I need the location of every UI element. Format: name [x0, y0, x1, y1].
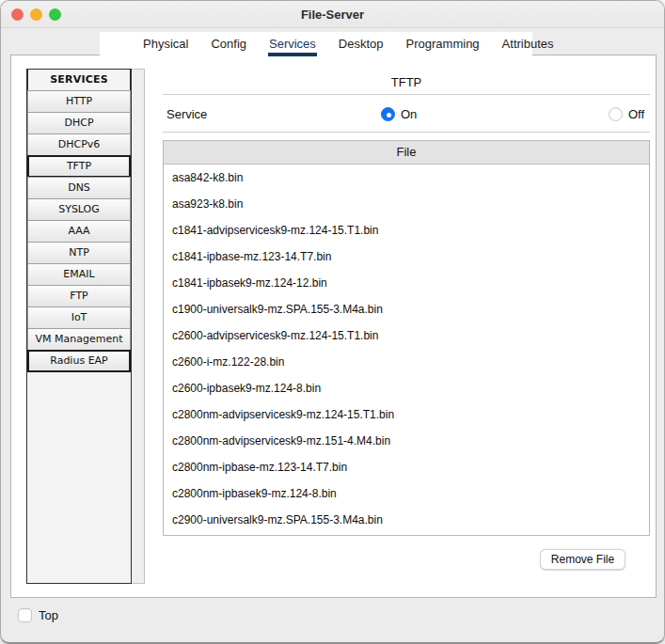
- service-label: Service: [166, 107, 207, 121]
- sidebar-scrollbar[interactable]: [132, 69, 145, 584]
- tab-desktop[interactable]: Desktop: [338, 32, 385, 56]
- sidebar-item-tftp[interactable]: TFTP: [27, 155, 131, 178]
- file-row-c2800nm-ipbase-mz-123-14-t7-bin[interactable]: c2800nm-ipbase-mz.123-14.T7.bin: [164, 454, 649, 480]
- file-table: File asa842-k8.binasa923-k8.binc1841-adv…: [163, 140, 650, 536]
- file-row-c2600-ipbasek9-mz-124-8-bin[interactable]: c2600-ipbasek9-mz.124-8.bin: [164, 375, 649, 401]
- radio-selected-dot-icon: [387, 113, 391, 118]
- sidebar-item-dhcpv6[interactable]: DHCPv6: [27, 134, 131, 156]
- file-list: asa842-k8.binasa923-k8.binc1841-advipser…: [164, 165, 649, 535]
- title-bar: File-Server: [1, 1, 664, 28]
- tab-physical[interactable]: Physical: [142, 32, 189, 56]
- sidebar-item-email[interactable]: EMAIL: [27, 263, 131, 286]
- divider: [163, 132, 650, 133]
- tab-config[interactable]: Config: [210, 32, 247, 56]
- file-row-c2600-i-mz-122-28-bin[interactable]: c2600-i-mz.122-28.bin: [164, 349, 649, 375]
- service-on-label: On: [401, 107, 417, 121]
- file-row-c1841-ipbase-mz-123-14-t7-bin[interactable]: c1841-ipbase-mz.123-14.T7.bin: [164, 243, 649, 270]
- sidebar-item-http[interactable]: HTTP: [27, 90, 131, 113]
- service-off-label: Off: [628, 107, 644, 121]
- sidebar-item-ftp[interactable]: FTP: [27, 285, 131, 307]
- sidebar-header-services: SERVICES: [27, 69, 131, 91]
- file-row-c2800nm-advipservicesk9-mz-124-15-t1-bin[interactable]: c2800nm-advipservicesk9-mz.124-15.T1.bin: [164, 401, 649, 428]
- file-row-asa923-k8-bin[interactable]: asa923-k8.bin: [164, 191, 649, 217]
- sidebar-item-dns[interactable]: DNS: [27, 177, 131, 199]
- sidebar-item-radius-eap[interactable]: Radius EAP: [27, 350, 131, 372]
- file-row-c2900-universalk9-mz-spa-155-3-m4a-bin[interactable]: c2900-universalk9-mz.SPA.155-3.M4a.bin: [164, 507, 649, 533]
- tab-attributes[interactable]: Attributes: [501, 32, 555, 56]
- file-column-header: File: [164, 141, 649, 165]
- sidebar-item-dhcp[interactable]: DHCP: [27, 112, 131, 134]
- sidebar-items: HTTPDHCPDHCPv6TFTPDNSSYSLOGAAANTPEMAILFT…: [27, 90, 131, 372]
- sidebar-item-iot[interactable]: IoT: [27, 306, 131, 329]
- service-on-radio[interactable]: [381, 107, 395, 121]
- file-server-window: File-Server PhysicalConfigServicesDeskto…: [0, 0, 665, 644]
- top-checkbox-label: Top: [39, 608, 58, 622]
- divider: [163, 94, 650, 95]
- service-off-radio[interactable]: [609, 107, 623, 121]
- service-page-title: TFTP: [163, 75, 650, 89]
- file-row-c2600-advipservicesk9-mz-124-15-t1-bin[interactable]: c2600-advipservicesk9-mz.124-15.T1.bin: [164, 322, 649, 349]
- top-checkbox[interactable]: [18, 608, 32, 622]
- sidebar-item-vm-management[interactable]: VM Management: [27, 328, 131, 351]
- sidebar-item-syslog[interactable]: SYSLOG: [27, 198, 131, 221]
- file-row-c2800nm-ipbasek9-mz-124-8-bin[interactable]: c2800nm-ipbasek9-mz.124-8.bin: [164, 480, 649, 507]
- sidebar-item-ntp[interactable]: NTP: [27, 242, 131, 264]
- sidebar-item-aaa[interactable]: AAA: [27, 220, 131, 243]
- tab-bar: PhysicalConfigServicesDesktopProgramming…: [100, 32, 532, 56]
- tab-programming[interactable]: Programming: [405, 32, 481, 56]
- file-row-c1841-ipbasek9-mz-124-12-bin[interactable]: c1841-ipbasek9-mz.124-12.bin: [164, 270, 649, 296]
- file-row-asa842-k8-bin[interactable]: asa842-k8.bin: [164, 165, 649, 191]
- services-panel: SERVICES HTTPDHCPDHCPv6TFTPDNSSYSLOGAAAN…: [10, 55, 657, 598]
- tab-services[interactable]: Services: [268, 32, 317, 56]
- remove-file-button[interactable]: Remove File: [540, 549, 625, 570]
- services-sidebar: SERVICES HTTPDHCPDHCPv6TFTPDNSSYSLOGAAAN…: [26, 69, 132, 584]
- file-row-c1841-advipservicesk9-mz-124-15-t1-bin[interactable]: c1841-advipservicesk9-mz.124-15.T1.bin: [164, 217, 649, 243]
- file-row-c1900-universalk9-mz-spa-155-3-m4a-bin[interactable]: c1900-universalk9-mz.SPA.155-3.M4a.bin: [164, 296, 649, 322]
- window-title: File-Server: [1, 8, 664, 22]
- file-row-c2800nm-advipservicesk9-mz-151-4-m4-bin[interactable]: c2800nm-advipservicesk9-mz.151-4.M4.bin: [164, 428, 649, 454]
